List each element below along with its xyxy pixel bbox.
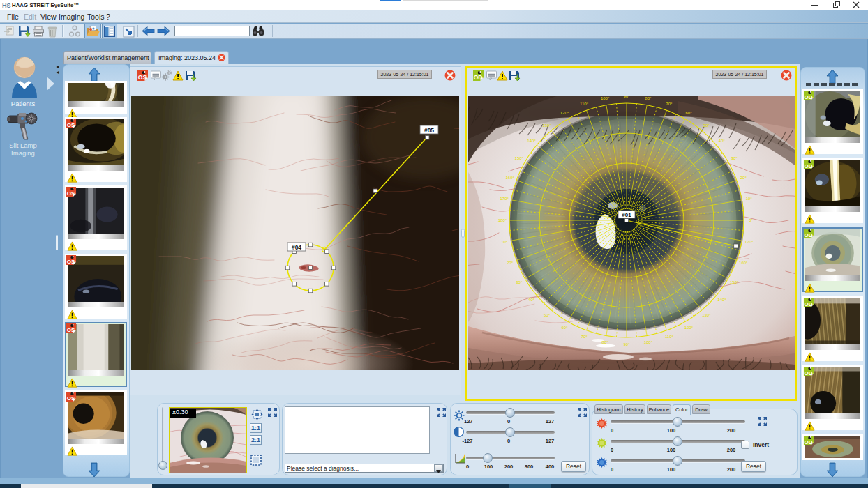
svg-text:OS: OS: [138, 74, 147, 81]
svg-text:OS: OS: [67, 190, 75, 197]
svg-text:140°: 140°: [527, 139, 536, 143]
svg-text:90°: 90°: [623, 96, 630, 98]
svg-text:90°: 90°: [623, 342, 630, 346]
svg-text:170°: 170°: [744, 240, 754, 244]
svg-text:100°: 100°: [644, 340, 653, 344]
svg-text:OD: OD: [805, 94, 813, 100]
svg-text:10°: 10°: [501, 240, 508, 244]
svg-text:130°: 130°: [702, 313, 711, 317]
svg-text:30°: 30°: [516, 280, 523, 284]
svg-text:110°: 110°: [665, 335, 674, 339]
svg-text:OD: OD: [474, 74, 483, 81]
svg-text:150°: 150°: [730, 280, 739, 284]
svg-text:#01: #01: [622, 212, 631, 218]
svg-text:OS: OS: [67, 122, 75, 128]
svg-text:OS: OS: [67, 327, 75, 333]
svg-text:70°: 70°: [666, 102, 673, 106]
svg-text:OD: OD: [805, 301, 813, 307]
svg-text:10°: 10°: [746, 197, 753, 201]
svg-text:30°: 30°: [731, 156, 738, 160]
svg-text:150°: 150°: [515, 156, 524, 160]
svg-text:80°: 80°: [645, 96, 652, 100]
svg-text:180°: 180°: [498, 218, 507, 222]
svg-text:OD: OD: [805, 439, 813, 445]
svg-text:120°: 120°: [684, 326, 694, 330]
svg-text:160°: 160°: [739, 261, 748, 265]
svg-text:OD: OD: [805, 370, 813, 376]
svg-text:OD: OD: [805, 163, 813, 169]
svg-text:#04: #04: [292, 244, 301, 251]
svg-text:50°: 50°: [703, 123, 710, 128]
svg-text:0°: 0°: [749, 218, 753, 222]
svg-text:70°: 70°: [581, 335, 588, 339]
svg-text:160°: 160°: [505, 176, 514, 180]
svg-text:140°: 140°: [717, 298, 726, 302]
svg-text:130°: 130°: [542, 123, 551, 128]
svg-text:#05: #05: [424, 127, 434, 134]
svg-text:170°: 170°: [500, 197, 509, 201]
svg-text:20°: 20°: [740, 176, 747, 180]
svg-text:40°: 40°: [528, 298, 535, 302]
svg-text:60°: 60°: [561, 326, 568, 330]
svg-text:OD: OD: [805, 232, 813, 238]
svg-text:50°: 50°: [544, 313, 551, 317]
svg-text:60°: 60°: [685, 111, 692, 115]
svg-text:120°: 120°: [560, 111, 569, 115]
svg-text:40°: 40°: [719, 139, 726, 143]
svg-text:OS: OS: [67, 395, 75, 402]
svg-text:OS: OS: [67, 259, 75, 265]
svg-text:20°: 20°: [507, 261, 514, 265]
svg-text:100°: 100°: [601, 96, 610, 100]
svg-text:110°: 110°: [580, 102, 589, 106]
svg-text:80°: 80°: [602, 340, 609, 344]
